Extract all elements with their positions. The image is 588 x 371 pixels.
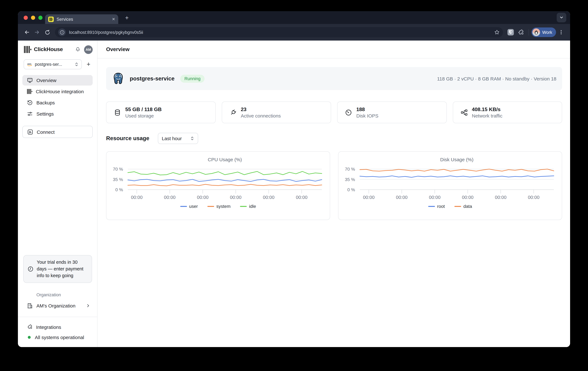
time-range-select[interactable]: Last hour — [158, 133, 198, 144]
legend-swatch — [428, 206, 435, 207]
selected-service-name: postgres-ser... — [35, 62, 62, 67]
legend-label: idle — [249, 204, 256, 209]
password-manager-extension-button[interactable] — [505, 27, 516, 37]
system-status-item[interactable]: All systems operational — [22, 332, 93, 342]
svg-text:35 %: 35 % — [345, 177, 355, 182]
close-window-button[interactable] — [24, 16, 28, 20]
stat-card-network: 408.15 KB/s Network traffic — [453, 101, 562, 123]
status-badge: Running — [180, 75, 205, 82]
svg-text:aws: aws — [27, 63, 31, 65]
status-dot-icon — [28, 336, 31, 339]
cpu-usage-chart: CPU Usage (%)0 %35 %70 %00:0000:0000:000… — [106, 151, 330, 220]
svg-text:00:00: 00:00 — [164, 195, 176, 200]
sidebar-item-overview[interactable]: Overview — [22, 75, 93, 86]
stat-label: Active connections — [241, 113, 281, 118]
profile-button[interactable]: Work — [531, 28, 556, 37]
service-summary-card: postgres-service Running 118 GB · 2 vCPU… — [106, 67, 562, 90]
back-button[interactable] — [22, 27, 32, 37]
trial-notice: Your trial ends in 30 days — enter payme… — [23, 255, 92, 283]
svg-text:00:00: 00:00 — [429, 195, 441, 200]
overview-content: postgres-service Running 118 GB · 2 vCPU… — [97, 59, 570, 220]
notifications-button[interactable] — [75, 46, 81, 52]
bookmark-star-icon[interactable] — [494, 29, 500, 35]
stat-value: 55 GB / 118 GB — [125, 107, 162, 112]
add-service-button[interactable]: + — [84, 60, 93, 69]
integrations-item[interactable]: Integrations — [22, 322, 93, 332]
stat-card-storage: 55 GB / 118 GB Used storage — [106, 101, 216, 123]
svg-text:00:00: 00:00 — [528, 195, 540, 200]
legend-swatch — [240, 206, 247, 207]
minimize-window-button[interactable] — [31, 16, 35, 20]
building-icon — [27, 303, 33, 309]
presentation-icon — [27, 77, 33, 83]
legend-item-root: root — [428, 204, 445, 209]
chevron-right-icon — [86, 304, 90, 308]
main-area: Overview postgres-service Running — [97, 40, 570, 347]
toolbar-separator — [528, 29, 529, 35]
zoom-window-button[interactable] — [38, 16, 42, 20]
legend-item-idle: idle — [240, 204, 256, 209]
legend-item-system: system — [207, 204, 231, 209]
stat-label: Used storage — [125, 113, 162, 118]
page-content: ClickHouse AM aws postgres-ser... + — [18, 40, 570, 347]
tab-search-button[interactable] — [557, 13, 566, 22]
extensions-button[interactable] — [516, 27, 526, 37]
sidebar-item-label: ClickHouse integration — [36, 89, 84, 94]
organization-item[interactable]: AM's Organization — [22, 301, 93, 311]
sidebar-item-backups[interactable]: Backups — [22, 97, 93, 108]
service-selector[interactable]: aws postgres-ser... — [24, 59, 82, 69]
site-info-icon[interactable] — [58, 28, 66, 36]
browser-tab[interactable]: Services × — [45, 14, 118, 24]
svg-text:00:00: 00:00 — [197, 195, 209, 200]
profile-name: Work — [542, 30, 552, 35]
cpu-usage-plot: CPU Usage (%)0 %35 %70 %00:0000:0000:000… — [106, 152, 330, 203]
network-icon — [460, 109, 468, 116]
tab-title: Services — [57, 17, 73, 21]
tab-strip: Services × + — [18, 11, 570, 24]
service-selector-row: aws postgres-ser... + — [24, 59, 93, 69]
connect-button[interactable]: Connect — [22, 126, 93, 138]
svg-text:70 %: 70 % — [113, 167, 123, 172]
legend-label: data — [463, 204, 472, 209]
puzzle-icon — [517, 29, 524, 36]
history-icon — [27, 100, 33, 106]
sidebar-spacer — [18, 138, 97, 255]
main-header: Overview — [97, 40, 570, 59]
new-tab-button[interactable]: + — [123, 14, 131, 22]
organization-name: AM's Organization — [36, 303, 75, 308]
reload-button[interactable] — [42, 27, 52, 37]
charts-row: CPU Usage (%)0 %35 %70 %00:0000:0000:000… — [106, 151, 562, 220]
sidebar-item-label: Settings — [36, 111, 54, 117]
plug-icon — [229, 109, 237, 116]
database-icon — [114, 109, 121, 116]
forward-button[interactable] — [32, 27, 42, 37]
time-range-value: Last hour — [162, 136, 182, 141]
stat-card-connections: 23 Active connections — [222, 101, 331, 123]
sidebar: ClickHouse AM aws postgres-ser... + — [18, 40, 97, 347]
user-avatar[interactable]: AM — [84, 45, 93, 54]
svg-text:00:00: 00:00 — [131, 195, 143, 200]
stat-value: 408.15 KB/s — [472, 107, 502, 112]
brand-row: ClickHouse AM — [24, 45, 93, 54]
reload-icon — [44, 29, 50, 35]
chevron-up-down-icon — [190, 136, 194, 141]
tab-close-icon[interactable]: × — [112, 17, 115, 22]
stat-value: 188 — [356, 107, 378, 112]
address-bar[interactable]: localhost:8910/postgres/pgkybgnv0s5ii — [55, 27, 503, 37]
sidebar-item-settings[interactable]: Settings — [22, 109, 93, 119]
svg-text:70 %: 70 % — [345, 167, 355, 172]
resource-usage-row: Resource usage Last hour — [106, 133, 562, 144]
disk-usage-chart: Disk Usage (%)0 %35 %70 %00:0000:0000:00… — [338, 151, 562, 220]
aws-icon: aws — [27, 62, 32, 66]
legend-swatch — [454, 206, 461, 207]
svg-text:00:00: 00:00 — [296, 195, 308, 200]
sidebar-divider — [18, 317, 97, 317]
browser-menu-button[interactable] — [556, 27, 566, 37]
legend-label: system — [216, 204, 231, 209]
trial-notice-text: Your trial ends in 30 days — enter payme… — [37, 259, 88, 279]
svg-text:00:00: 00:00 — [396, 195, 408, 200]
clickhouse-bars-icon — [27, 89, 32, 94]
svg-text:0 %: 0 % — [115, 187, 123, 192]
svg-text:00:00: 00:00 — [462, 195, 473, 200]
sidebar-item-clickhouse-integration[interactable]: ClickHouse integration — [22, 86, 93, 97]
